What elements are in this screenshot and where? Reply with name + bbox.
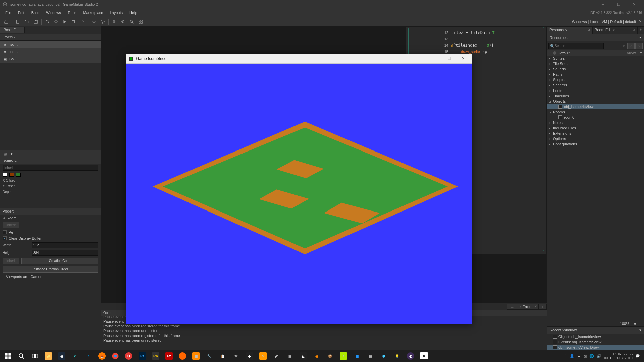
layer-row[interactable]: ▣Ba… bbox=[0, 55, 101, 63]
tab-resources[interactable]: Resources✕ bbox=[547, 26, 592, 34]
tree-node[interactable]: ▸Paths bbox=[547, 72, 644, 77]
unity-icon[interactable]: ◣ bbox=[297, 351, 310, 361]
menu-file[interactable]: File bbox=[2, 9, 15, 16]
app-icon[interactable]: ⬢ bbox=[377, 351, 390, 361]
menu-windows[interactable]: Windows bbox=[43, 9, 64, 16]
recent-item[interactable]: obj_isometricView: Draw bbox=[547, 345, 644, 350]
chrome-icon[interactable] bbox=[109, 351, 122, 361]
game-maximize-button[interactable]: ☐ bbox=[443, 54, 456, 63]
layer-row[interactable]: ●Ins… bbox=[0, 48, 101, 55]
clock[interactable]: POR 22:56 INTL 11/07/2019 bbox=[604, 352, 633, 360]
tree-node[interactable]: ▸Configurations bbox=[547, 141, 644, 147]
menu-layouts[interactable]: Layouts bbox=[106, 9, 126, 16]
window-close-button[interactable]: ✕ bbox=[627, 0, 641, 8]
tree-node[interactable]: ▸Timelines bbox=[547, 93, 644, 99]
edge-icon[interactable]: e bbox=[82, 351, 95, 361]
explorer-icon[interactable]: 📁 bbox=[42, 351, 55, 361]
tab-room-editor[interactable]: Room Ed… bbox=[0, 27, 25, 33]
tree-node[interactable]: ▸Sprites bbox=[547, 56, 644, 61]
blender-icon[interactable]: ◉ bbox=[310, 351, 323, 361]
room-settings-label[interactable]: Room … bbox=[7, 216, 21, 220]
run-button[interactable] bbox=[61, 18, 69, 25]
build-button[interactable] bbox=[52, 18, 60, 25]
menu-help[interactable]: Help bbox=[126, 9, 141, 16]
layer-instance-icon[interactable]: ● bbox=[9, 151, 14, 156]
height-input[interactable] bbox=[32, 250, 98, 256]
tab-room-editor-right[interactable]: Room Editor✕ bbox=[592, 26, 638, 34]
app-icon[interactable]: ▦ bbox=[189, 351, 203, 361]
zoom-out-button[interactable] bbox=[119, 18, 127, 25]
app-icon[interactable]: ▦ bbox=[350, 351, 364, 361]
home-button[interactable] bbox=[2, 18, 10, 25]
menu-edit[interactable]: Edit bbox=[15, 9, 28, 16]
search-prev-button[interactable]: ‹ bbox=[627, 43, 635, 49]
inherit-button-2[interactable]: Inherit bbox=[3, 258, 19, 264]
save-button[interactable] bbox=[32, 18, 40, 25]
tree-node[interactable]: ◢Rooms bbox=[547, 109, 644, 115]
color-swatch[interactable] bbox=[16, 173, 21, 177]
window-minimize-button[interactable]: ─ bbox=[596, 0, 610, 8]
tree-node[interactable]: ▸Notes bbox=[547, 120, 644, 125]
app-icon[interactable]: 🖌 bbox=[270, 351, 283, 361]
zoom-reset-button[interactable] bbox=[128, 18, 136, 25]
docking-button[interactable] bbox=[137, 18, 145, 25]
eclipse-icon[interactable]: ◐ bbox=[404, 351, 417, 361]
debug-button[interactable] bbox=[43, 18, 51, 25]
tray-icon[interactable]: ▧ bbox=[583, 354, 587, 358]
app-icon[interactable]: λ bbox=[337, 351, 350, 361]
viewports-label[interactable]: Viewports and Cameras bbox=[6, 275, 45, 279]
recent-item[interactable]: Events: obj_isometricView bbox=[547, 339, 644, 345]
ie-icon[interactable]: e bbox=[68, 351, 82, 361]
tree-node[interactable]: ▸Shaders bbox=[547, 82, 644, 88]
tree-node[interactable]: ▸Tile Sets bbox=[547, 61, 644, 66]
app-icon[interactable] bbox=[176, 351, 189, 361]
tree-node[interactable]: ◢Objects bbox=[547, 99, 644, 104]
game-titlebar[interactable]: Game Isométrico ─ ☐ ✕ bbox=[126, 54, 472, 64]
app-icon[interactable]: 👁 bbox=[229, 351, 243, 361]
app-icon[interactable]: ▦ bbox=[364, 351, 377, 361]
search-next-button[interactable]: › bbox=[635, 43, 643, 49]
tree-node[interactable]: ▸Options bbox=[547, 136, 644, 141]
taskview-button[interactable] bbox=[28, 351, 42, 361]
menu-build[interactable]: Build bbox=[28, 9, 43, 16]
filezilla-icon[interactable]: Fz bbox=[162, 351, 176, 361]
fireworks-icon[interactable]: Fw bbox=[149, 351, 162, 361]
tree-node[interactable]: ▸Fonts bbox=[547, 88, 644, 93]
menu-marketplace[interactable]: Marketplace bbox=[79, 9, 106, 16]
close-icon[interactable]: ✕ bbox=[534, 305, 537, 308]
add-tab-button[interactable]: + bbox=[637, 26, 644, 34]
photoshop-icon[interactable]: Ps bbox=[136, 351, 149, 361]
tab-syntax-errors[interactable]: …ntax Errors✕ bbox=[507, 304, 539, 310]
layer-row[interactable]: ◈Iso… bbox=[0, 41, 101, 48]
recent-windows-header[interactable]: Recent Windows▾ bbox=[547, 326, 644, 334]
target-label[interactable]: Windows | Local | VM | Default | default bbox=[572, 20, 636, 24]
open-button[interactable] bbox=[23, 18, 31, 25]
onedrive-icon[interactable]: ☁ bbox=[577, 354, 581, 358]
clear-display-checkbox[interactable] bbox=[3, 236, 7, 240]
game-close-button[interactable]: ✕ bbox=[456, 54, 470, 63]
game-minimize-button[interactable]: ─ bbox=[429, 54, 443, 63]
tree-node[interactable]: ▸Extensions bbox=[547, 131, 644, 136]
color-swatch[interactable] bbox=[9, 173, 14, 177]
start-button[interactable] bbox=[1, 351, 15, 361]
tree-leaf[interactable]: obj_isometricView bbox=[547, 104, 644, 109]
window-maximize-button[interactable]: ☐ bbox=[611, 0, 626, 8]
inherit-input[interactable] bbox=[3, 165, 98, 171]
instance-order-button[interactable]: Instance Creation Order bbox=[3, 266, 98, 273]
tray-chevron-icon[interactable]: ˄ bbox=[565, 354, 567, 358]
recent-item[interactable]: Object: obj_isometricView bbox=[547, 334, 644, 339]
persistent-checkbox[interactable] bbox=[3, 230, 7, 234]
search-input[interactable] bbox=[548, 43, 604, 49]
default-view-row[interactable]: Default Views ≡ bbox=[547, 50, 644, 56]
firefox-icon[interactable]: 🦊 bbox=[95, 351, 109, 361]
app-icon[interactable]: ▦ bbox=[283, 351, 297, 361]
settings-button[interactable] bbox=[90, 18, 98, 25]
menu-tools[interactable]: Tools bbox=[64, 9, 80, 16]
clean-button[interactable] bbox=[78, 18, 86, 25]
color-swatch[interactable] bbox=[3, 173, 7, 177]
app-icon[interactable]: 📦 bbox=[323, 351, 337, 361]
app-icon[interactable]: 🔧 bbox=[203, 351, 216, 361]
zoom-in-button[interactable] bbox=[110, 18, 118, 25]
help-button[interactable]: ? bbox=[99, 18, 107, 25]
tree-node[interactable]: ▸Scripts bbox=[547, 77, 644, 82]
